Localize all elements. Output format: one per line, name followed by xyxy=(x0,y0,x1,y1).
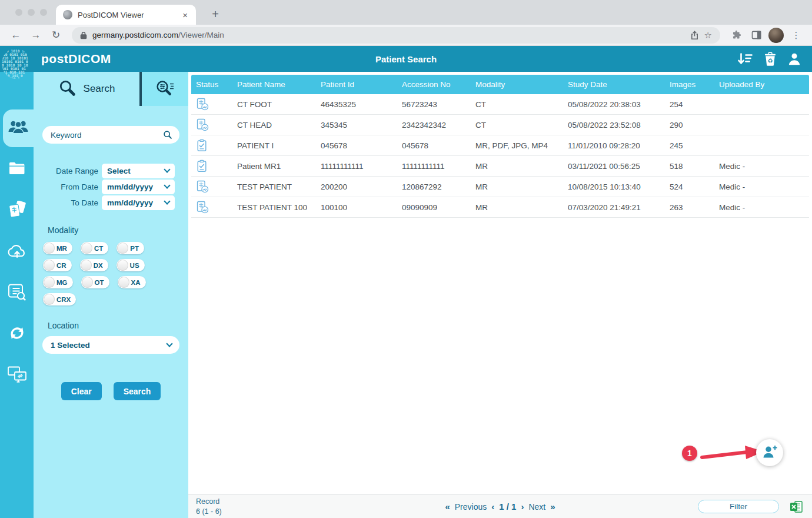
cell-study-date: 07/03/2020 21:49:21 xyxy=(563,203,665,212)
col-study-date[interactable]: Study Date xyxy=(563,80,665,89)
modality-toggle-us[interactable]: US xyxy=(117,259,145,271)
new-tab-button[interactable]: + xyxy=(207,6,224,22)
reload-icon[interactable]: ↻ xyxy=(48,29,64,41)
cell-images: 524 xyxy=(665,182,714,191)
modality-toggle-mg[interactable]: MG xyxy=(43,276,73,288)
modality-toggle-ot[interactable]: OT xyxy=(81,276,109,288)
location-select[interactable]: 1 Selected xyxy=(42,336,179,354)
tab-simple-search[interactable]: Search xyxy=(34,72,139,106)
forward-icon[interactable]: → xyxy=(28,29,44,41)
col-patient-id[interactable]: Patient Id xyxy=(316,80,397,89)
modality-toggle-pt[interactable]: PT xyxy=(117,242,144,254)
table-row[interactable]: CT FOOT4643532556723243CT05/08/2022 20:3… xyxy=(191,94,809,115)
window-maximize-button[interactable] xyxy=(40,9,47,16)
window-close-button[interactable] xyxy=(15,9,22,16)
next-page-icon[interactable]: › xyxy=(521,502,524,512)
side-panel-icon[interactable] xyxy=(748,31,764,39)
modality-toggle-dx[interactable]: DX xyxy=(80,259,108,271)
clear-button[interactable]: Clear xyxy=(61,382,102,400)
list-search-icon xyxy=(8,283,26,304)
sidebar-item-patient-search[interactable] xyxy=(3,109,34,147)
cell-patient-id: 200200 xyxy=(316,182,397,191)
toggle-knob xyxy=(44,277,55,288)
cell-patient-name: CT HEAD xyxy=(232,121,316,130)
keyword-input[interactable] xyxy=(42,126,179,144)
col-patient-name[interactable]: Patient Name xyxy=(232,80,316,89)
sidebar-item-worklist[interactable] xyxy=(0,274,34,312)
sidebar-nav xyxy=(0,72,34,518)
table-row[interactable]: PATIENT I045678045678MR, PDF, JPG, MP411… xyxy=(191,135,809,156)
cell-study-date: 05/08/2022 23:52:08 xyxy=(563,121,665,130)
prev-page-icon[interactable]: ‹ xyxy=(491,502,494,512)
browser-tab[interactable]: PostDICOM Viewer × xyxy=(56,5,196,25)
sidebar-item-upload[interactable] xyxy=(0,233,34,271)
sidebar-item-image-library[interactable] xyxy=(0,192,34,230)
cell-images: 245 xyxy=(665,141,714,150)
report-check-icon xyxy=(191,201,232,214)
next-page-button[interactable]: Next xyxy=(528,502,545,512)
modality-toggle-mr[interactable]: MR xyxy=(43,242,72,254)
modality-toggle-crx[interactable]: CRX xyxy=(43,293,76,306)
user-account-icon[interactable] xyxy=(787,52,801,66)
cell-modality: MR xyxy=(471,203,563,212)
sidebar-item-folders[interactable] xyxy=(0,151,34,188)
cell-patient-name: Patient MR1 xyxy=(232,162,316,171)
table-row[interactable]: Patient MR11111111111111111111111MR03/11… xyxy=(191,156,809,177)
trash-recycle-icon[interactable]: ♻ xyxy=(763,52,777,67)
table-row[interactable]: TEST PATIENT200200120867292MR10/08/2015 … xyxy=(191,177,809,197)
browser-profile-avatar[interactable] xyxy=(768,28,784,43)
extensions-puzzle-icon[interactable] xyxy=(728,30,744,40)
cell-patient-id: 345345 xyxy=(316,121,397,130)
col-modality[interactable]: Modality xyxy=(471,80,563,89)
cell-patient-id: 100100 xyxy=(316,203,397,212)
cell-patient-name: PATIENT I xyxy=(232,141,316,150)
sidebar-item-transfer[interactable] xyxy=(0,357,34,394)
date-range-select[interactable]: Select xyxy=(102,164,175,178)
toggle-knob xyxy=(117,243,128,254)
browser-tabstrip: PostDICOM Viewer × + xyxy=(0,0,812,25)
url-path: /Viewer/Main xyxy=(178,31,224,39)
from-date-select[interactable]: mm/dd/yyyy xyxy=(102,180,175,194)
add-patient-fab[interactable] xyxy=(756,439,783,466)
keyword-search-icon[interactable] xyxy=(163,130,172,142)
date-range-label: Date Range xyxy=(39,167,98,175)
last-page-icon[interactable]: » xyxy=(550,502,555,512)
col-images[interactable]: Images xyxy=(665,80,714,89)
back-icon[interactable]: ← xyxy=(8,29,24,41)
table-body: CT FOOT4643532556723243CT05/08/2022 20:3… xyxy=(191,94,809,218)
to-date-value: mm/dd/yyyy xyxy=(107,198,153,207)
col-uploaded-by[interactable]: Uploaded By xyxy=(714,80,809,89)
toggle-knob xyxy=(81,260,92,271)
col-status[interactable]: Status xyxy=(191,80,232,89)
browser-menu-icon[interactable]: ⋮ xyxy=(788,30,804,41)
cell-images: 290 xyxy=(665,121,714,130)
table-row[interactable]: CT HEAD3453452342342342CT05/08/2022 23:5… xyxy=(191,115,809,135)
window-controls[interactable] xyxy=(15,9,47,16)
url-text[interactable]: germany.postdicom.com/Viewer/Main xyxy=(92,31,685,39)
address-bar[interactable]: germany.postdicom.com/Viewer/Main ☆ xyxy=(72,27,720,44)
sidebar-item-sync[interactable] xyxy=(0,316,34,353)
table-header-row: Status Patient Name Patient Id Accession… xyxy=(191,75,809,94)
window-minimize-button[interactable] xyxy=(28,9,35,16)
cell-accession-no: 09090909 xyxy=(397,203,471,212)
filter-button[interactable]: Filter xyxy=(698,500,779,513)
download-queue-icon[interactable] xyxy=(737,52,753,66)
tab-advanced-search[interactable] xyxy=(139,72,188,106)
to-date-select[interactable]: mm/dd/yyyy xyxy=(102,195,175,210)
location-label: Location xyxy=(48,321,188,330)
cell-modality: MR, PDF, JPG, MP4 xyxy=(471,141,563,150)
table-row[interactable]: TEST PATIENT 10010010009090909MR07/03/20… xyxy=(191,197,809,218)
bookmark-star-icon[interactable]: ☆ xyxy=(704,30,712,41)
previous-page-button[interactable]: Previous xyxy=(455,502,487,512)
browser-toolbar: ← → ↻ germany.postdicom.com/Viewer/Main … xyxy=(0,25,812,46)
modality-toggle-ct[interactable]: CT xyxy=(81,242,108,254)
first-page-icon[interactable]: « xyxy=(445,502,450,512)
search-button[interactable]: Search xyxy=(114,382,161,400)
export-excel-icon[interactable] xyxy=(790,500,803,516)
tab-close-icon[interactable]: × xyxy=(181,10,189,20)
cell-accession-no: 045678 xyxy=(397,141,471,150)
share-icon[interactable] xyxy=(690,31,699,40)
modality-toggle-cr[interactable]: CR xyxy=(43,259,72,271)
col-accession-no[interactable]: Accession No xyxy=(397,80,471,89)
modality-toggle-xa[interactable]: XA xyxy=(118,276,146,288)
